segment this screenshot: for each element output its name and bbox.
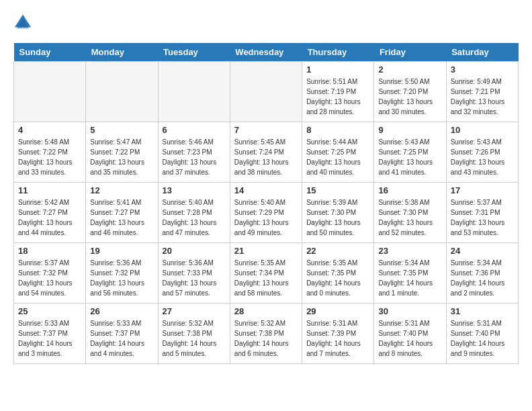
day-number: 30 <box>378 306 441 316</box>
day-number: 14 <box>234 185 298 195</box>
day-cell: 25 Sunrise: 5:33 AM Sunset: 7:37 PM Dayl… <box>14 304 86 364</box>
day-cell: 13 Sunrise: 5:40 AM Sunset: 7:28 PM Dayl… <box>158 183 230 243</box>
day-cell: 16 Sunrise: 5:38 AM Sunset: 7:30 PM Dayl… <box>374 183 446 243</box>
week-row-2: 4 Sunrise: 5:48 AM Sunset: 7:22 PM Dayli… <box>14 122 519 183</box>
day-info: Sunrise: 5:34 AM Sunset: 7:35 PM Dayligh… <box>378 258 441 298</box>
weekday-header-tuesday: Tuesday <box>158 43 230 62</box>
day-cell: 17 Sunrise: 5:37 AM Sunset: 7:31 PM Dayl… <box>446 183 518 243</box>
day-number: 2 <box>378 64 441 75</box>
day-info: Sunrise: 5:36 AM Sunset: 7:33 PM Dayligh… <box>163 258 226 298</box>
day-number: 25 <box>18 306 81 316</box>
day-info: Sunrise: 5:44 AM Sunset: 7:25 PM Dayligh… <box>306 137 369 177</box>
day-cell <box>86 62 158 122</box>
day-info: Sunrise: 5:34 AM Sunset: 7:36 PM Dayligh… <box>451 258 514 298</box>
day-info: Sunrise: 5:35 AM Sunset: 7:34 PM Dayligh… <box>234 258 298 298</box>
day-cell: 8 Sunrise: 5:44 AM Sunset: 7:25 PM Dayli… <box>302 122 374 183</box>
day-number: 26 <box>90 306 153 316</box>
day-number: 23 <box>378 246 441 256</box>
day-cell: 3 Sunrise: 5:49 AM Sunset: 7:21 PM Dayli… <box>446 62 518 122</box>
day-info: Sunrise: 5:35 AM Sunset: 7:35 PM Dayligh… <box>306 258 369 298</box>
day-number: 20 <box>163 246 226 256</box>
day-info: Sunrise: 5:50 AM Sunset: 7:20 PM Dayligh… <box>378 77 441 117</box>
day-cell: 21 Sunrise: 5:35 AM Sunset: 7:34 PM Dayl… <box>230 243 302 304</box>
day-number: 29 <box>306 306 369 316</box>
day-info: Sunrise: 5:33 AM Sunset: 7:37 PM Dayligh… <box>90 318 153 359</box>
weekday-header-thursday: Thursday <box>302 43 374 62</box>
day-info: Sunrise: 5:47 AM Sunset: 7:22 PM Dayligh… <box>90 137 153 177</box>
day-cell: 10 Sunrise: 5:43 AM Sunset: 7:26 PM Dayl… <box>446 122 518 183</box>
day-number: 22 <box>306 246 369 256</box>
day-info: Sunrise: 5:42 AM Sunset: 7:27 PM Dayligh… <box>18 197 81 238</box>
day-number: 3 <box>451 64 514 75</box>
day-cell: 28 Sunrise: 5:32 AM Sunset: 7:38 PM Dayl… <box>230 304 302 364</box>
day-number: 12 <box>90 185 153 195</box>
day-info: Sunrise: 5:48 AM Sunset: 7:22 PM Dayligh… <box>18 137 81 177</box>
day-number: 21 <box>234 246 298 256</box>
day-info: Sunrise: 5:37 AM Sunset: 7:32 PM Dayligh… <box>18 258 81 298</box>
weekday-header-friday: Friday <box>374 43 446 62</box>
day-info: Sunrise: 5:36 AM Sunset: 7:32 PM Dayligh… <box>90 258 153 298</box>
day-number: 11 <box>18 185 81 195</box>
day-cell: 29 Sunrise: 5:31 AM Sunset: 7:39 PM Dayl… <box>302 304 374 364</box>
day-cell: 18 Sunrise: 5:37 AM Sunset: 7:32 PM Dayl… <box>14 243 86 304</box>
day-info: Sunrise: 5:40 AM Sunset: 7:28 PM Dayligh… <box>163 197 226 238</box>
day-cell: 6 Sunrise: 5:46 AM Sunset: 7:23 PM Dayli… <box>158 122 230 183</box>
day-cell: 7 Sunrise: 5:45 AM Sunset: 7:24 PM Dayli… <box>230 122 302 183</box>
day-number: 15 <box>306 185 369 195</box>
weekday-header-row: SundayMondayTuesdayWednesdayThursdayFrid… <box>14 43 519 62</box>
day-number: 4 <box>18 125 81 135</box>
day-info: Sunrise: 5:39 AM Sunset: 7:30 PM Dayligh… <box>306 197 369 238</box>
week-row-3: 11 Sunrise: 5:42 AM Sunset: 7:27 PM Dayl… <box>14 183 519 243</box>
day-cell: 9 Sunrise: 5:43 AM Sunset: 7:25 PM Dayli… <box>374 122 446 183</box>
day-cell: 23 Sunrise: 5:34 AM Sunset: 7:35 PM Dayl… <box>374 243 446 304</box>
day-number: 6 <box>163 125 226 135</box>
day-number: 5 <box>90 125 153 135</box>
day-number: 27 <box>163 306 226 316</box>
day-info: Sunrise: 5:31 AM Sunset: 7:39 PM Dayligh… <box>306 318 369 359</box>
day-cell: 22 Sunrise: 5:35 AM Sunset: 7:35 PM Dayl… <box>302 243 374 304</box>
week-row-1: 1 Sunrise: 5:51 AM Sunset: 7:19 PM Dayli… <box>14 62 519 122</box>
day-cell: 2 Sunrise: 5:50 AM Sunset: 7:20 PM Dayli… <box>374 62 446 122</box>
week-row-4: 18 Sunrise: 5:37 AM Sunset: 7:32 PM Dayl… <box>14 243 519 304</box>
day-cell: 26 Sunrise: 5:33 AM Sunset: 7:37 PM Dayl… <box>86 304 158 364</box>
day-number: 28 <box>234 306 298 316</box>
day-number: 9 <box>378 125 441 135</box>
day-cell <box>14 62 86 122</box>
day-cell: 12 Sunrise: 5:41 AM Sunset: 7:27 PM Dayl… <box>86 183 158 243</box>
day-cell: 27 Sunrise: 5:32 AM Sunset: 7:38 PM Dayl… <box>158 304 230 364</box>
calendar-table: SundayMondayTuesdayWednesdayThursdayFrid… <box>13 43 519 364</box>
day-info: Sunrise: 5:43 AM Sunset: 7:26 PM Dayligh… <box>451 137 514 177</box>
day-number: 31 <box>451 306 514 316</box>
day-cell: 15 Sunrise: 5:39 AM Sunset: 7:30 PM Dayl… <box>302 183 374 243</box>
day-info: Sunrise: 5:38 AM Sunset: 7:30 PM Dayligh… <box>378 197 441 238</box>
weekday-header-monday: Monday <box>86 43 158 62</box>
day-info: Sunrise: 5:31 AM Sunset: 7:40 PM Dayligh… <box>378 318 441 359</box>
day-info: Sunrise: 5:33 AM Sunset: 7:37 PM Dayligh… <box>18 318 81 359</box>
day-cell <box>230 62 302 122</box>
logo-icon <box>13 13 32 32</box>
day-number: 10 <box>451 125 514 135</box>
day-info: Sunrise: 5:32 AM Sunset: 7:38 PM Dayligh… <box>234 318 298 359</box>
day-info: Sunrise: 5:37 AM Sunset: 7:31 PM Dayligh… <box>451 197 514 238</box>
day-number: 16 <box>378 185 441 195</box>
day-info: Sunrise: 5:46 AM Sunset: 7:23 PM Dayligh… <box>163 137 226 177</box>
day-cell: 19 Sunrise: 5:36 AM Sunset: 7:32 PM Dayl… <box>86 243 158 304</box>
day-cell: 4 Sunrise: 5:48 AM Sunset: 7:22 PM Dayli… <box>14 122 86 183</box>
day-info: Sunrise: 5:32 AM Sunset: 7:38 PM Dayligh… <box>163 318 226 359</box>
day-info: Sunrise: 5:45 AM Sunset: 7:24 PM Dayligh… <box>234 137 298 177</box>
logo <box>13 13 35 32</box>
day-cell: 11 Sunrise: 5:42 AM Sunset: 7:27 PM Dayl… <box>14 183 86 243</box>
day-cell: 24 Sunrise: 5:34 AM Sunset: 7:36 PM Dayl… <box>446 243 518 304</box>
day-info: Sunrise: 5:41 AM Sunset: 7:27 PM Dayligh… <box>90 197 153 238</box>
day-info: Sunrise: 5:40 AM Sunset: 7:29 PM Dayligh… <box>234 197 298 238</box>
day-cell: 1 Sunrise: 5:51 AM Sunset: 7:19 PM Dayli… <box>302 62 374 122</box>
day-number: 17 <box>451 185 514 195</box>
day-number: 1 <box>306 64 369 75</box>
day-cell: 31 Sunrise: 5:31 AM Sunset: 7:40 PM Dayl… <box>446 304 518 364</box>
day-number: 13 <box>163 185 226 195</box>
day-info: Sunrise: 5:49 AM Sunset: 7:21 PM Dayligh… <box>451 77 514 117</box>
weekday-header-saturday: Saturday <box>446 43 518 62</box>
day-number: 24 <box>451 246 514 256</box>
day-number: 8 <box>306 125 369 135</box>
day-info: Sunrise: 5:43 AM Sunset: 7:25 PM Dayligh… <box>378 137 441 177</box>
